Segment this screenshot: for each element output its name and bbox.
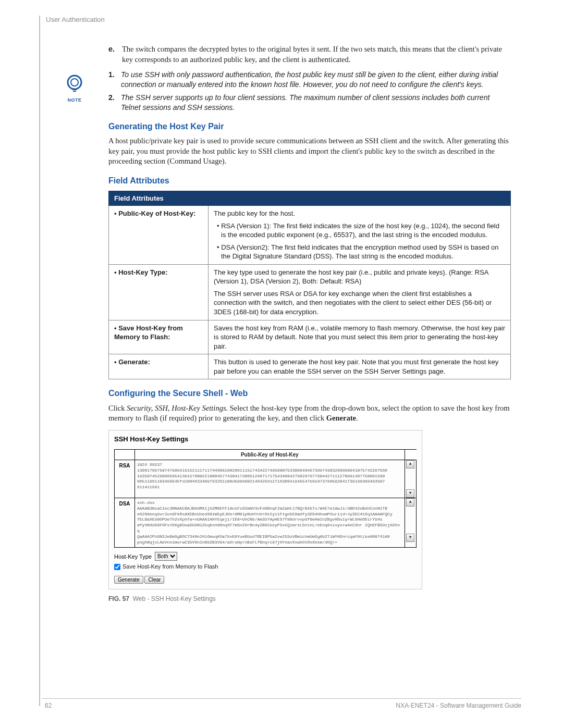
svg-point-1 [71, 79, 78, 86]
table-row: • Public-Key of Host-Key: The public key… [109, 206, 511, 265]
heading-generating: Generating the Host Key Pair [108, 121, 511, 132]
para-generating: A host public/private key pair is used t… [108, 136, 511, 167]
figure-screenshot: SSH Host-Key Settings Public-Key of Host… [108, 430, 422, 589]
table-row: • Save Host-Key from Memory to Flash: Sa… [109, 320, 511, 354]
note-text-2: The SSH server supports up to four clien… [121, 93, 511, 113]
note-item-2: 2. The SSH server supports up to four cl… [108, 93, 511, 113]
fig-dsa-label: DSA [115, 498, 135, 548]
fa-val-0: The public key for the host. • RSA (Vers… [209, 206, 511, 265]
note-text-1: To use SSH with only password authentica… [121, 70, 511, 90]
fa-val-0-main: The public key for the host. [214, 209, 505, 218]
host-key-type-select[interactable]: Both [155, 552, 177, 561]
fig-hk-label: Host-Key Type [114, 553, 152, 561]
page-footer: 62 NXA-ENET24 - Software Management Guid… [42, 702, 521, 709]
clear-button[interactable]: Clear [144, 576, 164, 584]
fig-col-header: Public-Key of Host-Key [135, 449, 405, 460]
fig-key-table: Public-Key of Host-Key RSA 1024 65537 13… [114, 449, 417, 548]
generate-button[interactable]: Generate [114, 576, 143, 584]
footer-doc-title: NXA-ENET24 - Software Management Guide [396, 702, 521, 709]
fa-val-0-b1: • RSA (Version 1): The first field indic… [214, 221, 505, 240]
fig-title: SSH Host-Key Settings [109, 430, 422, 449]
cfg-end: . [356, 414, 358, 422]
list-text-e: The switch compares the decrypted bytes … [122, 44, 511, 65]
note-num-2: 2. [108, 93, 121, 113]
cfg-pre: Click [108, 404, 127, 412]
save-hostkey-checkbox[interactable] [114, 564, 120, 570]
list-marker-e: e. [108, 44, 122, 65]
scroll-down-icon[interactable]: ▼ [406, 489, 414, 498]
para-configuring: Click Security, SSH, Host-Key Settings. … [108, 403, 511, 424]
heading-configuring: Configuring the Secure Shell - Web [108, 388, 511, 399]
table-row: • Generate: This button is used to gener… [109, 354, 511, 379]
svg-point-0 [68, 76, 81, 89]
field-attributes-table: Field Attributes • Public-Key of Host-Ke… [108, 191, 511, 380]
figure-caption: FIG. 57 Web - SSH Host-Key Settings [108, 595, 511, 603]
fa-val-1-main: The key type used to generate the host k… [214, 268, 505, 286]
fa-key-1: • Host-Key Type: [109, 264, 209, 320]
note-num-1: 1. [108, 70, 121, 90]
page-header-section: User Authentication [42, 16, 521, 23]
scroll-up-icon[interactable]: ▲ [406, 498, 414, 507]
fa-val-1-b1: The SSH server uses RSA or DSA for key e… [214, 289, 505, 317]
fig-dsa-text: ssh-dss AAAAB3NzaC1kc3MAAACBAJB9dMX1jhZM… [135, 498, 405, 548]
fa-key-0: • Public-Key of Host-Key: [109, 206, 209, 265]
cfg-ital: Security, SSH, Host-Key Settings [127, 404, 226, 412]
fig-chk-label: Save Host-Key from Memory to Flash [123, 563, 218, 571]
note-label: NOTE [56, 97, 93, 103]
fa-table-header: Field Attributes [109, 191, 511, 206]
note-icon: NOTE [56, 73, 93, 103]
caption-figno: FIG. 57 [108, 595, 129, 602]
fig-rsa-label: RSA [115, 460, 135, 498]
fig-blank-th [115, 449, 135, 460]
fa-val-3: This button is used to generate the host… [209, 354, 511, 379]
cfg-bold: Generate [326, 414, 356, 422]
list-item-e: e. The switch compares the decrypted byt… [108, 44, 511, 65]
fa-val-2: Saves the host key from RAM (i.e., volat… [209, 320, 511, 354]
scroll-up-icon[interactable]: ▲ [406, 460, 414, 468]
fa-val-1: The key type used to generate the host k… [209, 264, 511, 320]
fa-val-0-b2: • DSA (Version2): The first field indica… [214, 243, 505, 261]
note-box: NOTE 1. To use SSH with only password au… [108, 70, 511, 113]
fa-key-2: • Save Host-Key from Memory to Flash: [109, 320, 209, 354]
scroll-down-icon[interactable]: ▼ [406, 534, 414, 542]
note-item-1: 1. To use SSH with only password authent… [108, 70, 511, 90]
fa-key-3: • Generate: [109, 354, 209, 379]
fig-rsa-text: 1024 65537 13091798750747898415152111711… [135, 460, 405, 498]
page-number: 62 [42, 702, 52, 709]
heading-field-attributes: Field Attributes [108, 175, 511, 187]
table-row: • Host-Key Type: The key type used to ge… [109, 264, 511, 320]
caption-text: Web - SSH Host-Key Settings [133, 595, 216, 602]
